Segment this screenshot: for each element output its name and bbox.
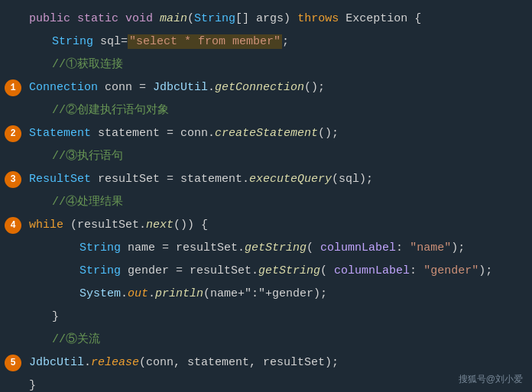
string: "name" (410, 241, 451, 254)
punct: resultSet = statement. (91, 173, 249, 186)
punct: statement = conn. (91, 127, 215, 140)
method: createStatement (215, 127, 318, 140)
step-badge-2: 2 (5, 125, 21, 142)
punct: (resultSet. (63, 219, 146, 232)
type: ResultSet (29, 173, 91, 186)
step-badge-3: 3 (5, 171, 21, 188)
line-content: System.out.println(name+":"+gender); (24, 283, 327, 305)
keyword: public (29, 12, 70, 25)
keyword: throws (297, 12, 339, 25)
line-content: Statement statement = conn.createStateme… (24, 123, 339, 144)
punct: (conn, statement, resultSet); (139, 356, 339, 369)
type: String (79, 264, 121, 277)
step-badge-5: 5 (5, 355, 21, 371)
code-line-1: public static void main(String[] args) t… (0, 8, 532, 31)
code-line-3: //①获取连接 (0, 53, 532, 76)
line-content: //①获取连接 (24, 54, 123, 76)
punct: ( (320, 264, 334, 277)
code-line-12: String gender = resultSet.getString( col… (0, 260, 532, 283)
method: getString (245, 241, 307, 254)
type: String (52, 35, 93, 48)
line-content: //⑤关流 (24, 329, 100, 351)
punct (153, 12, 160, 25)
keyword: void (125, 12, 153, 25)
sql-string: "select * from member" (128, 34, 282, 49)
line-content: String sql="select * from member"; (24, 31, 289, 53)
code-line-2: String sql="select * from member"; (0, 31, 532, 53)
string: "gender" (423, 264, 478, 277)
ident: JdbcUtil (29, 356, 84, 369)
punct: : (396, 241, 410, 254)
method: next (146, 219, 174, 232)
punct: } (29, 379, 36, 392)
line-content: } (24, 306, 59, 328)
type: Statement (29, 127, 91, 140)
code-container: public static void main(String[] args) t… (0, 0, 532, 392)
punct: : (410, 264, 423, 277)
comment: //②创建执行语句对象 (52, 104, 169, 117)
line-content: String gender = resultSet.getString( col… (24, 261, 492, 282)
line-content: } (24, 375, 36, 392)
punct: sql= (93, 35, 128, 48)
type: String (79, 241, 121, 254)
code-line-15: //⑤关流 (0, 329, 532, 352)
line-content: //③执行语句 (24, 146, 123, 167)
punct: } (52, 310, 59, 323)
code-line-9: //④处理结果 (0, 191, 532, 214)
line-content: String name = resultSet.getString( colum… (24, 238, 465, 259)
code-line-10: 4 while (resultSet.next()) { (0, 214, 532, 237)
type: Connection (29, 81, 98, 94)
step-badge-1: 1 (5, 79, 21, 96)
code-line-16: 5 JdbcUtil.release(conn, statement, resu… (0, 352, 532, 374)
param-label: columnLabel (320, 241, 396, 254)
param-label: columnLabel (334, 264, 410, 277)
punct: . (208, 81, 215, 94)
code-line-8: 3 ResultSet resultSet = statement.execut… (0, 168, 532, 191)
punct: ); (451, 241, 465, 254)
ident: JdbcUtil (153, 81, 208, 94)
keyword-while: while (29, 219, 63, 232)
punct: . (121, 287, 128, 300)
comment: //③执行语句 (52, 150, 123, 163)
punct: (); (318, 127, 339, 140)
line-content: //④处理结果 (24, 192, 123, 213)
method: getConnection (215, 81, 304, 94)
code-line-17: } (0, 374, 532, 392)
method-release: release (91, 356, 139, 369)
comment: //⑤关流 (52, 333, 100, 346)
punct: [] args) (235, 12, 297, 25)
comment: //①获取连接 (52, 58, 123, 71)
punct: . (148, 287, 155, 300)
punct: "+gender); (258, 287, 327, 300)
punct: (name+": (203, 287, 258, 300)
method: getString (258, 264, 320, 277)
code-line-11: String name = resultSet.getString( colum… (0, 237, 532, 260)
punct: name = resultSet. (121, 241, 245, 254)
method-out: out (128, 287, 148, 300)
method-name: main (160, 12, 187, 25)
line-content: Connection conn = JdbcUtil.getConnection… (24, 77, 325, 99)
step-badge-4: 4 (5, 217, 21, 234)
line-content: JdbcUtil.release(conn, statement, result… (24, 352, 339, 374)
punct: Exception { (339, 12, 421, 25)
watermark: 搜狐号@刘小爱 (459, 373, 523, 386)
punct: ; (282, 35, 289, 48)
code-line-13: System.out.println(name+":"+gender); (0, 283, 532, 306)
keyword: static (70, 12, 125, 25)
punct: ( (307, 241, 320, 254)
punct: ( (187, 12, 194, 25)
comment: //④处理结果 (52, 196, 123, 209)
punct: (); (304, 81, 325, 94)
punct: ()) { (174, 219, 208, 232)
line-content: //②创建执行语句对象 (24, 100, 169, 121)
code-line-14: } (0, 306, 532, 329)
punct: conn = (98, 81, 153, 94)
method: println (155, 287, 203, 300)
punct: (sql); (332, 173, 373, 186)
code-line-5: //②创建执行语句对象 (0, 99, 532, 122)
line-content: while (resultSet.next()) { (24, 215, 208, 236)
punct: gender = resultSet. (121, 264, 258, 277)
code-line-6: 2 Statement statement = conn.createState… (0, 122, 532, 145)
punct: ); (478, 264, 492, 277)
type: String (194, 12, 235, 25)
